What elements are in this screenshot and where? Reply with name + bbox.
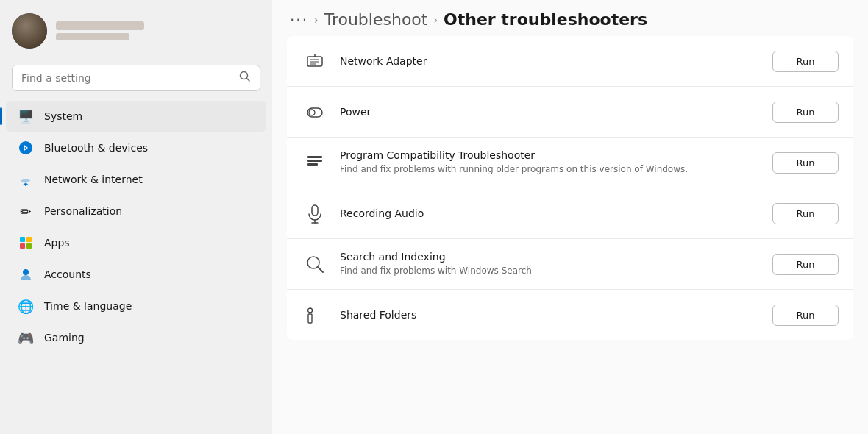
svg-point-25 xyxy=(308,308,313,313)
sidebar-item-apps[interactable]: Apps xyxy=(6,227,266,258)
breadcrumb-troubleshoot[interactable]: Troubleshoot xyxy=(324,10,428,29)
ts-title: Power xyxy=(340,106,761,118)
sidebar-item-label: Accounts xyxy=(44,268,91,280)
page-title: Other troubleshooters xyxy=(444,10,647,29)
svg-rect-19 xyxy=(312,205,318,216)
sidebar-item-label: Apps xyxy=(44,237,70,249)
sidebar-item-label: Gaming xyxy=(44,332,85,344)
svg-point-3 xyxy=(25,185,26,186)
svg-rect-6 xyxy=(20,243,25,249)
profile-section xyxy=(0,0,272,59)
troubleshooter-list: Network Adapter Run Power Run xyxy=(287,36,853,340)
sidebar-item-gaming[interactable]: 🎮 Gaming xyxy=(6,322,266,353)
sidebar-item-label: System xyxy=(44,110,82,122)
network-adapter-icon xyxy=(302,48,328,74)
table-row: Network Adapter Run xyxy=(287,36,853,87)
run-button-power[interactable]: Run xyxy=(772,102,839,123)
compatibility-icon xyxy=(302,149,328,176)
table-row: Program Compatibility Troubleshooter Fin… xyxy=(287,138,853,188)
personalization-icon: ✏️ xyxy=(18,203,34,219)
sidebar: 🖥️ System Bluetooth & devices Network & … xyxy=(0,0,272,434)
run-button-compatibility[interactable]: Run xyxy=(772,152,839,174)
sidebar-item-system[interactable]: 🖥️ System xyxy=(6,101,266,132)
table-row: Shared Folders Run xyxy=(287,290,853,340)
svg-line-23 xyxy=(319,268,324,273)
svg-rect-4 xyxy=(20,237,25,242)
svg-rect-17 xyxy=(307,160,322,162)
ts-desc: Find and fix problems with Windows Searc… xyxy=(340,265,761,277)
svg-point-8 xyxy=(23,269,29,275)
ts-text: Recording Audio xyxy=(340,207,761,219)
sidebar-item-label: Network & internet xyxy=(44,174,143,185)
search-input[interactable] xyxy=(21,72,233,84)
shared-folders-icon xyxy=(302,302,328,328)
content-area: Network Adapter Run Power Run xyxy=(272,36,868,434)
run-button-network-adapter[interactable]: Run xyxy=(772,51,839,72)
sidebar-nav: 🖥️ System Bluetooth & devices Network & … xyxy=(0,100,272,354)
page-header: ··· › Troubleshoot › Other troubleshoote… xyxy=(272,0,868,36)
sidebar-item-label: Personalization xyxy=(44,205,122,217)
ts-title: Shared Folders xyxy=(340,309,761,321)
sidebar-item-network[interactable]: Network & internet xyxy=(6,164,266,195)
profile-name xyxy=(56,21,144,30)
avatar xyxy=(12,13,47,49)
ts-text: Network Adapter xyxy=(340,55,761,67)
svg-point-2 xyxy=(19,141,32,154)
ts-title: Recording Audio xyxy=(340,207,761,219)
sidebar-item-personalization[interactable]: ✏️ Personalization xyxy=(6,196,266,227)
network-icon xyxy=(18,171,34,188)
more-dots[interactable]: ··· xyxy=(290,11,308,29)
breadcrumb-chevron-1: › xyxy=(314,14,319,26)
ts-title: Network Adapter xyxy=(340,55,761,67)
sidebar-item-label: Bluetooth & devices xyxy=(44,142,148,154)
bluetooth-icon xyxy=(18,140,34,156)
recording-audio-icon xyxy=(302,200,328,227)
ts-text: Search and Indexing Find and fix problem… xyxy=(340,251,761,277)
profile-email xyxy=(56,33,129,40)
time-icon: 🌐 xyxy=(18,298,34,314)
run-button-search[interactable]: Run xyxy=(772,254,839,275)
apps-icon xyxy=(18,235,34,251)
svg-rect-24 xyxy=(308,314,312,323)
svg-rect-5 xyxy=(26,237,32,242)
ts-text: Shared Folders xyxy=(340,309,761,321)
svg-rect-18 xyxy=(307,163,318,166)
sidebar-item-time[interactable]: 🌐 Time & language xyxy=(6,291,266,321)
search-container xyxy=(0,59,272,100)
profile-info xyxy=(56,21,144,40)
ts-text: Power xyxy=(340,106,761,118)
ts-title: Search and Indexing xyxy=(340,251,761,263)
run-button-shared[interactable]: Run xyxy=(772,305,839,326)
ts-desc: Find and fix problems with running older… xyxy=(340,163,761,176)
svg-rect-16 xyxy=(307,156,322,158)
power-icon xyxy=(302,99,328,125)
gaming-icon: 🎮 xyxy=(18,330,34,346)
main-content: ··· › Troubleshoot › Other troubleshoote… xyxy=(272,0,868,434)
run-button-recording[interactable]: Run xyxy=(772,203,839,224)
breadcrumb-chevron-2: › xyxy=(433,14,438,26)
table-row: Recording Audio Run xyxy=(287,188,853,239)
sidebar-item-bluetooth[interactable]: Bluetooth & devices xyxy=(6,132,266,163)
search-icon xyxy=(239,71,251,85)
svg-line-1 xyxy=(247,79,250,82)
ts-title: Program Compatibility Troubleshooter xyxy=(340,149,761,161)
search-box[interactable] xyxy=(12,65,260,91)
accounts-icon xyxy=(18,266,34,282)
svg-rect-15 xyxy=(309,110,315,115)
table-row: Search and Indexing Find and fix problem… xyxy=(287,239,853,290)
search-indexing-icon xyxy=(302,251,328,277)
svg-rect-7 xyxy=(26,243,32,249)
sidebar-item-label: Time & language xyxy=(44,300,132,312)
system-icon: 🖥️ xyxy=(18,108,34,124)
table-row: Power Run xyxy=(287,87,853,138)
sidebar-item-accounts[interactable]: Accounts xyxy=(6,259,266,290)
svg-point-22 xyxy=(307,257,319,268)
ts-text: Program Compatibility Troubleshooter Fin… xyxy=(340,149,761,176)
